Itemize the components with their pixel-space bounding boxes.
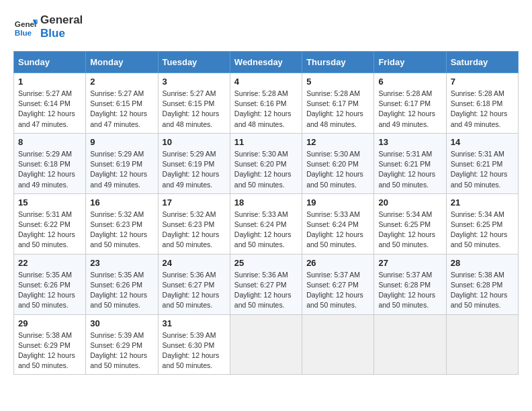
day-number: 15	[18, 197, 81, 208]
calendar-header-row: SundayMondayTuesdayWednesdayThursdayFrid…	[14, 52, 519, 73]
logo-icon: General Blue	[13, 15, 38, 39]
day-number: 1	[18, 77, 81, 87]
calendar-cell: 15Sunrise: 5:31 AMSunset: 6:22 PMDayligh…	[14, 193, 86, 254]
day-number: 10	[163, 137, 226, 147]
calendar-cell	[230, 314, 302, 375]
day-info: Sunrise: 5:38 AMSunset: 6:29 PMDaylight:…	[18, 330, 81, 371]
calendar-cell: 19Sunrise: 5:33 AMSunset: 6:24 PMDayligh…	[302, 193, 374, 254]
day-info: Sunrise: 5:29 AMSunset: 6:19 PMDaylight:…	[90, 149, 153, 190]
day-number: 23	[90, 258, 153, 268]
day-info: Sunrise: 5:27 AMSunset: 6:14 PMDaylight:…	[18, 89, 81, 130]
day-number: 19	[306, 197, 369, 208]
day-number: 18	[234, 197, 298, 208]
day-info: Sunrise: 5:33 AMSunset: 6:24 PMDaylight:…	[234, 210, 298, 250]
calendar-table: SundayMondayTuesdayWednesdayThursdayFrid…	[13, 51, 519, 375]
day-info: Sunrise: 5:37 AMSunset: 6:28 PMDaylight:…	[378, 270, 441, 311]
day-info: Sunrise: 5:32 AMSunset: 6:23 PMDaylight:…	[90, 210, 153, 250]
day-number: 24	[163, 258, 226, 268]
day-number: 16	[90, 197, 153, 208]
weekday-header-tuesday: Tuesday	[158, 52, 230, 73]
calendar-cell: 9Sunrise: 5:29 AMSunset: 6:19 PMDaylight…	[86, 133, 158, 193]
day-number: 5	[306, 77, 369, 87]
day-number: 7	[451, 77, 514, 87]
calendar-cell: 20Sunrise: 5:34 AMSunset: 6:25 PMDayligh…	[374, 193, 446, 254]
calendar-cell: 6Sunrise: 5:28 AMSunset: 6:17 PMDaylight…	[374, 73, 446, 134]
day-info: Sunrise: 5:36 AMSunset: 6:27 PMDaylight:…	[163, 270, 226, 311]
day-info: Sunrise: 5:39 AMSunset: 6:30 PMDaylight:…	[163, 330, 226, 371]
calendar-cell: 17Sunrise: 5:32 AMSunset: 6:23 PMDayligh…	[158, 193, 230, 254]
calendar-cell: 8Sunrise: 5:29 AMSunset: 6:18 PMDaylight…	[14, 133, 86, 193]
day-info: Sunrise: 5:31 AMSunset: 6:22 PMDaylight:…	[18, 210, 81, 250]
calendar-cell: 13Sunrise: 5:31 AMSunset: 6:21 PMDayligh…	[374, 133, 446, 193]
calendar-cell: 10Sunrise: 5:29 AMSunset: 6:19 PMDayligh…	[158, 133, 230, 193]
day-number: 11	[234, 137, 298, 147]
day-info: Sunrise: 5:27 AMSunset: 6:15 PMDaylight:…	[90, 89, 153, 130]
day-number: 30	[90, 318, 153, 328]
calendar-week-2: 8Sunrise: 5:29 AMSunset: 6:18 PMDaylight…	[14, 133, 519, 193]
day-number: 25	[234, 258, 298, 268]
calendar-cell: 7Sunrise: 5:28 AMSunset: 6:18 PMDaylight…	[446, 73, 518, 134]
day-info: Sunrise: 5:28 AMSunset: 6:18 PMDaylight:…	[451, 89, 514, 130]
weekday-header-thursday: Thursday	[302, 52, 374, 73]
day-info: Sunrise: 5:35 AMSunset: 6:26 PMDaylight:…	[90, 270, 153, 311]
calendar-week-3: 15Sunrise: 5:31 AMSunset: 6:22 PMDayligh…	[14, 193, 519, 254]
calendar-cell: 22Sunrise: 5:35 AMSunset: 6:26 PMDayligh…	[14, 254, 86, 314]
day-number: 6	[378, 77, 441, 87]
day-number: 27	[378, 258, 441, 268]
day-number: 2	[90, 77, 153, 87]
day-info: Sunrise: 5:39 AMSunset: 6:29 PMDaylight:…	[90, 330, 153, 371]
day-number: 4	[234, 77, 298, 87]
calendar-cell: 12Sunrise: 5:30 AMSunset: 6:20 PMDayligh…	[302, 133, 374, 193]
day-number: 28	[451, 258, 514, 268]
day-number: 29	[18, 318, 81, 328]
day-info: Sunrise: 5:30 AMSunset: 6:20 PMDaylight:…	[306, 149, 369, 190]
weekday-header-friday: Friday	[374, 52, 446, 73]
weekday-header-wednesday: Wednesday	[230, 52, 302, 73]
day-info: Sunrise: 5:33 AMSunset: 6:24 PMDaylight:…	[306, 210, 369, 250]
logo: General Blue General Blue	[13, 13, 83, 40]
calendar-cell: 29Sunrise: 5:38 AMSunset: 6:29 PMDayligh…	[14, 314, 86, 375]
day-info: Sunrise: 5:35 AMSunset: 6:26 PMDaylight:…	[18, 270, 81, 311]
day-info: Sunrise: 5:31 AMSunset: 6:21 PMDaylight:…	[378, 149, 441, 190]
calendar-week-1: 1Sunrise: 5:27 AMSunset: 6:14 PMDaylight…	[14, 73, 519, 134]
calendar-cell: 28Sunrise: 5:38 AMSunset: 6:28 PMDayligh…	[446, 254, 518, 314]
calendar-cell: 11Sunrise: 5:30 AMSunset: 6:20 PMDayligh…	[230, 133, 302, 193]
day-info: Sunrise: 5:29 AMSunset: 6:18 PMDaylight:…	[18, 149, 81, 190]
day-number: 26	[306, 258, 369, 268]
day-info: Sunrise: 5:28 AMSunset: 6:17 PMDaylight:…	[306, 89, 369, 130]
calendar-cell: 5Sunrise: 5:28 AMSunset: 6:17 PMDaylight…	[302, 73, 374, 134]
day-info: Sunrise: 5:31 AMSunset: 6:21 PMDaylight:…	[451, 149, 514, 190]
calendar-cell: 4Sunrise: 5:28 AMSunset: 6:16 PMDaylight…	[230, 73, 302, 134]
calendar-cell: 21Sunrise: 5:34 AMSunset: 6:25 PMDayligh…	[446, 193, 518, 254]
day-number: 8	[18, 137, 81, 147]
day-number: 12	[306, 137, 369, 147]
calendar-cell: 1Sunrise: 5:27 AMSunset: 6:14 PMDaylight…	[14, 73, 86, 134]
day-info: Sunrise: 5:34 AMSunset: 6:25 PMDaylight:…	[378, 210, 441, 250]
day-number: 3	[163, 77, 226, 87]
weekday-header-sunday: Sunday	[14, 52, 86, 73]
day-number: 17	[163, 197, 226, 208]
logo-general: General	[40, 13, 83, 27]
calendar-cell: 31Sunrise: 5:39 AMSunset: 6:30 PMDayligh…	[158, 314, 230, 375]
calendar-cell	[446, 314, 518, 375]
day-info: Sunrise: 5:28 AMSunset: 6:17 PMDaylight:…	[378, 89, 441, 130]
calendar-cell	[374, 314, 446, 375]
calendar-week-5: 29Sunrise: 5:38 AMSunset: 6:29 PMDayligh…	[14, 314, 519, 375]
svg-text:Blue: Blue	[15, 28, 32, 37]
day-info: Sunrise: 5:28 AMSunset: 6:16 PMDaylight:…	[234, 89, 298, 130]
day-number: 21	[451, 197, 514, 208]
calendar-cell: 24Sunrise: 5:36 AMSunset: 6:27 PMDayligh…	[158, 254, 230, 314]
calendar-cell: 16Sunrise: 5:32 AMSunset: 6:23 PMDayligh…	[86, 193, 158, 254]
day-number: 22	[18, 258, 81, 268]
page-header: General Blue General Blue	[13, 13, 519, 40]
calendar-cell: 25Sunrise: 5:36 AMSunset: 6:27 PMDayligh…	[230, 254, 302, 314]
day-number: 13	[378, 137, 441, 147]
calendar-cell	[302, 314, 374, 375]
calendar-cell: 14Sunrise: 5:31 AMSunset: 6:21 PMDayligh…	[446, 133, 518, 193]
calendar-cell: 2Sunrise: 5:27 AMSunset: 6:15 PMDaylight…	[86, 73, 158, 134]
day-info: Sunrise: 5:32 AMSunset: 6:23 PMDaylight:…	[163, 210, 226, 250]
weekday-header-monday: Monday	[86, 52, 158, 73]
day-info: Sunrise: 5:37 AMSunset: 6:27 PMDaylight:…	[306, 270, 369, 311]
day-info: Sunrise: 5:29 AMSunset: 6:19 PMDaylight:…	[163, 149, 226, 190]
day-info: Sunrise: 5:38 AMSunset: 6:28 PMDaylight:…	[451, 270, 514, 311]
